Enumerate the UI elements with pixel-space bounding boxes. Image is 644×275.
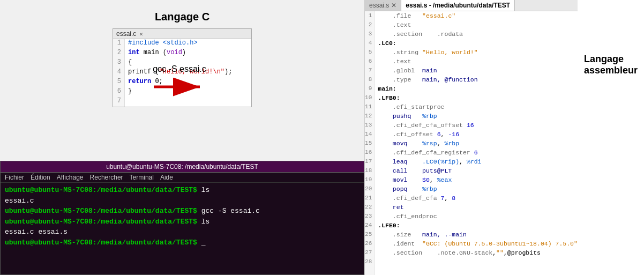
left-panel: Langage C essai.c ✕ 1 #include <stdio.h>… <box>0 0 364 275</box>
asm-tab-inactive[interactable]: essai.s ✕ <box>365 0 401 11</box>
asm-line-10: .LFB0: <box>378 93 578 102</box>
asm-line-28 <box>378 257 578 266</box>
code-line-2: 2 int main (void) <box>113 49 251 58</box>
term-line-3: ubuntu@ubuntu-MS-7C08:/media/ubuntu/data… <box>5 206 360 217</box>
asm-line-21: .cfi_def_cfa 7, 8 <box>378 194 578 203</box>
asm-line-25: .size main, .-main <box>378 230 578 239</box>
asm-line-7: .globl main <box>378 66 578 75</box>
arrow-icon <box>153 77 206 96</box>
asm-line-23: .cfi_endproc <box>378 212 578 221</box>
editor-tab-bar: essai.c ✕ <box>113 29 251 39</box>
asm-line-9: main: <box>378 84 578 93</box>
menu-fichier[interactable]: Fichier <box>5 174 24 181</box>
asm-line-6: .text <box>378 57 578 66</box>
asm-tab-inactive-name: essai.s <box>369 2 389 9</box>
terminal: ubuntu@ubuntu-MS-7C08: /media/ubuntu/dat… <box>0 161 364 275</box>
asm-line-1: .file "essai.c" <box>378 11 578 20</box>
arrow-label: gcc -S essai.c <box>153 64 206 74</box>
asm-line-2: .text <box>378 20 578 29</box>
asm-line-19: movl $0, %eax <box>378 175 578 184</box>
menu-terminal[interactable]: Terminal <box>130 174 154 181</box>
editor-tab-name[interactable]: essai.c <box>116 30 136 38</box>
asm-line-5: .string "Hello, world!" <box>378 48 578 57</box>
asm-line-nums: 1 2 3 4 5 6 7 8 9 10 11 12 13 14 15 16 1… <box>365 11 375 275</box>
asm-line-27: .section .note.GNU-stack,"",@progbits <box>378 248 578 257</box>
term-line-6: ubuntu@ubuntu-MS-7C08:/media/ubuntu/data… <box>5 237 360 248</box>
code-line-7: 7 <box>113 97 251 107</box>
asm-line-26: .ident "GCC: (Ubuntu 7.5.0-3ubuntu1~18.0… <box>378 239 578 248</box>
asm-line-8: .type main, @function <box>378 75 578 84</box>
asm-tab-active-name: essai.s - /media/ubuntu/data/TEST <box>406 2 510 9</box>
term-line-5: essai.c essai.s <box>5 227 360 237</box>
asm-line-18: call puts@PLT <box>378 166 578 175</box>
terminal-body: ubuntu@ubuntu-MS-7C08:/media/ubuntu/data… <box>1 183 364 250</box>
right-panel: essai.s ✕ essai.s - /media/ubuntu/data/T… <box>364 0 644 275</box>
asm-editor: essai.s ✕ essai.s - /media/ubuntu/data/T… <box>365 0 578 275</box>
editor-tab-close[interactable]: ✕ <box>139 31 143 38</box>
asm-tab-inactive-close[interactable]: ✕ <box>391 2 396 9</box>
asm-line-16: .cfi_def_cfa_register 6 <box>378 148 578 157</box>
code-line-1: 1 #include <stdio.h> <box>113 39 251 49</box>
arrow-area: gcc -S essai.c <box>153 64 206 96</box>
menu-aide[interactable]: Aide <box>160 174 173 181</box>
asm-line-12: pushq %rbp <box>378 112 578 121</box>
menu-rechercher[interactable]: Rechercher <box>90 174 123 181</box>
asm-line-4: .LC0: <box>378 39 578 48</box>
asm-line-22: ret <box>378 203 578 212</box>
asm-line-14: .cfi_offset 6, -16 <box>378 130 578 139</box>
menu-affichage[interactable]: Affichage <box>57 174 84 181</box>
asm-line-17: leaq .LC0(%rip), %rdi <box>378 157 578 166</box>
term-line-1: ubuntu@ubuntu-MS-7C08:/media/ubuntu/data… <box>5 185 360 196</box>
asm-code-area: 1 2 3 4 5 6 7 8 9 10 11 12 13 14 15 16 1… <box>365 11 578 275</box>
asm-line-3: .section .rodata <box>378 29 578 39</box>
langage-asm-title: Langageassembleur <box>578 43 644 87</box>
asm-line-13: .cfi_def_cfa_offset 16 <box>378 121 578 130</box>
terminal-menubar: Fichier Édition Affichage Rechercher Ter… <box>1 173 364 183</box>
langage-c-title: Langage C <box>155 11 209 23</box>
terminal-titlebar: ubuntu@ubuntu-MS-7C08: /media/ubuntu/dat… <box>1 161 364 173</box>
asm-line-15: movq %rsp, %rbp <box>378 139 578 148</box>
asm-code-lines: .file "essai.c" .text .section .rodata .… <box>375 11 578 275</box>
term-line-2: essai.c <box>5 196 360 206</box>
asm-tab-bar: essai.s ✕ essai.s - /media/ubuntu/data/T… <box>365 0 578 11</box>
term-line-4: ubuntu@ubuntu-MS-7C08:/media/ubuntu/data… <box>5 217 360 227</box>
asm-line-11: .cfi_startproc <box>378 102 578 112</box>
asm-line-24: .LFE0: <box>378 221 578 230</box>
asm-tab-active[interactable]: essai.s - /media/ubuntu/data/TEST <box>401 0 515 11</box>
menu-edition[interactable]: Édition <box>31 174 50 181</box>
asm-line-20: popq %rbp <box>378 184 578 194</box>
